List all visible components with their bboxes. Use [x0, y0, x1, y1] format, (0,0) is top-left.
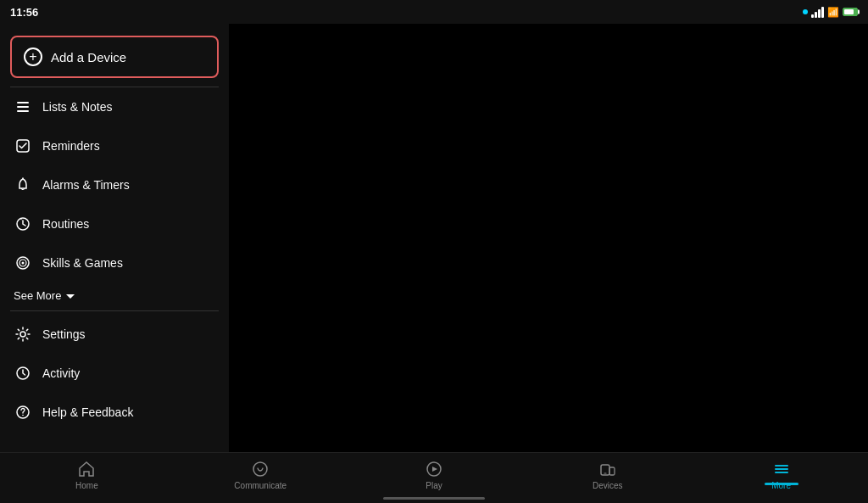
battery-icon [843, 8, 858, 16]
clock-icon [14, 364, 32, 383]
svg-point-8 [22, 262, 25, 265]
tab-play-label: Play [426, 481, 442, 490]
tab-devices-label: Devices [593, 481, 623, 490]
reminders-label: Reminders [42, 139, 100, 153]
bell-icon [14, 176, 32, 194]
add-device-button[interactable]: + Add a Device [10, 36, 219, 78]
sidebar-item-skills-games[interactable]: Skills & Games [0, 243, 229, 282]
sidebar-item-activity[interactable]: Activity [0, 354, 229, 393]
svg-point-12 [22, 415, 24, 416]
lists-notes-label: Lists & Notes [42, 100, 112, 114]
sidebar-item-lists-notes[interactable]: Lists & Notes [0, 87, 229, 126]
status-icons: 📶 [803, 7, 858, 18]
main-content [229, 24, 868, 452]
svg-rect-1 [17, 106, 29, 108]
sidebar-item-reminders[interactable]: Reminders [0, 126, 229, 165]
devices-icon [598, 460, 617, 478]
tab-more[interactable]: More [694, 458, 868, 490]
home-indicator-bar [383, 497, 485, 500]
wifi-icon: 📶 [827, 7, 839, 18]
svg-rect-18 [775, 465, 788, 467]
help-feedback-label: Help & Feedback [42, 405, 133, 419]
add-device-label: Add a Device [51, 50, 126, 64]
divider-bottom [10, 310, 219, 311]
svg-rect-16 [609, 467, 615, 475]
check-icon [14, 137, 32, 155]
chat-icon [251, 460, 270, 478]
settings-label: Settings [42, 327, 86, 341]
svg-point-13 [253, 462, 267, 476]
skills-games-label: Skills & Games [42, 256, 123, 270]
gear-icon [14, 325, 32, 344]
activity-label: Activity [42, 366, 80, 380]
svg-rect-19 [775, 468, 788, 470]
sidebar-bottom: Settings Activity Help & Feedback [0, 315, 229, 432]
svg-rect-2 [17, 110, 29, 112]
sidebar-item-settings[interactable]: Settings [0, 315, 229, 354]
play-icon [425, 460, 443, 478]
tab-active-indicator [765, 483, 798, 485]
routine-icon [14, 215, 32, 233]
plus-circle-icon: + [24, 48, 42, 66]
sidebar-item-help-feedback[interactable]: Help & Feedback [0, 393, 229, 432]
tab-devices[interactable]: Devices [520, 458, 694, 490]
status-time: 11:56 [10, 6, 38, 19]
notification-dot [803, 9, 808, 14]
question-icon [14, 403, 32, 422]
sidebar-item-alarms-timers[interactable]: Alarms & Timers [0, 165, 229, 204]
nav-list: Lists & Notes Reminders Alarms & Timers [0, 87, 229, 282]
svg-rect-0 [17, 102, 29, 103]
tab-communicate-label: Communicate [234, 481, 287, 490]
menu-icon [772, 460, 791, 478]
sidebar: + Add a Device Lists & Notes Remin [0, 24, 229, 452]
target-icon [14, 254, 32, 272]
routines-label: Routines [42, 217, 89, 231]
alarms-timers-label: Alarms & Timers [42, 178, 130, 192]
tab-home-label: Home [75, 481, 98, 490]
tab-bar: Home Communicate Play Devices [0, 452, 868, 503]
home-icon [77, 460, 96, 478]
tab-communicate[interactable]: Communicate [174, 458, 348, 490]
see-more-button[interactable]: See More [0, 282, 229, 310]
sidebar-item-routines[interactable]: Routines [0, 204, 229, 243]
chevron-down-icon [66, 294, 75, 299]
tab-home[interactable]: Home [0, 458, 174, 490]
status-bar: 11:56 📶 [0, 0, 868, 24]
svg-point-9 [20, 332, 25, 337]
signal-icon [811, 7, 824, 18]
tab-play[interactable]: Play [348, 458, 521, 490]
list-icon [14, 98, 32, 116]
see-more-label: See More [14, 289, 61, 302]
svg-rect-20 [775, 472, 788, 473]
